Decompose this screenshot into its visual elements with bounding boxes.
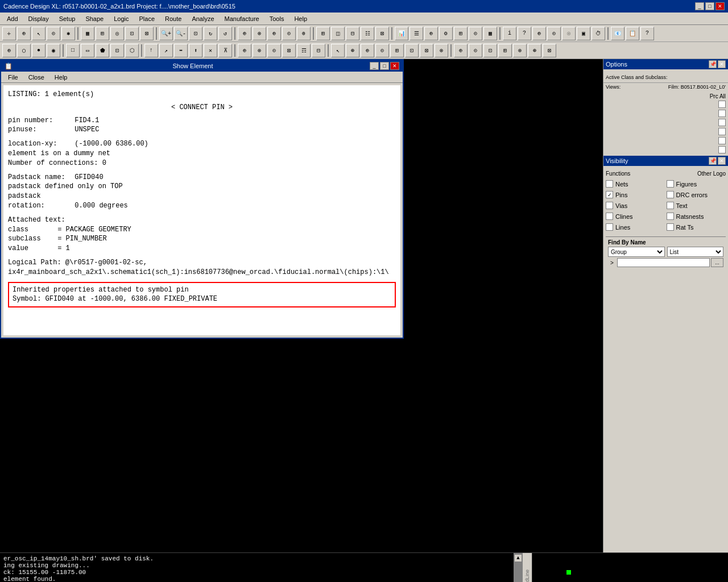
vis-pins-checkbox[interactable] — [606, 191, 613, 198]
tb-btn-16[interactable]: ⊙ — [282, 27, 296, 40]
tb-btn-10[interactable]: ⊠ — [140, 27, 154, 40]
checkbox-3[interactable] — [718, 119, 726, 126]
tb2-btn-32[interactable]: ⊡ — [483, 44, 497, 57]
tb2-btn-36[interactable]: ⊠ — [543, 44, 556, 57]
tb2-btn-35[interactable]: ⊛ — [528, 44, 541, 57]
tb2-btn-22[interactable]: ↖ — [331, 44, 345, 57]
fbn-dot-btn[interactable]: ... — [711, 258, 723, 267]
tb2-btn-26[interactable]: ⊞ — [390, 44, 404, 57]
tb2-btn-28[interactable]: ⊠ — [420, 44, 433, 57]
tb-btn-31[interactable]: ? — [518, 27, 531, 40]
tb-btn-6[interactable]: ▦ — [81, 27, 94, 40]
tb-zoom-in[interactable]: 🔍+ — [159, 27, 173, 40]
tb2-btn-7[interactable]: ⬟ — [96, 44, 109, 57]
tb2-btn-15[interactable]: ⊼ — [218, 44, 232, 57]
tb2-btn-12[interactable]: ⬌ — [174, 44, 188, 57]
menu-add[interactable]: Add — [2, 14, 23, 23]
tb-btn-27[interactable]: ⊞ — [454, 27, 468, 40]
tb2-btn-19[interactable]: ⊠ — [282, 44, 296, 57]
dialog-menu-file[interactable]: File — [3, 73, 23, 82]
tb2-btn-21[interactable]: ⊟ — [312, 44, 325, 57]
tb-btn-7[interactable]: ⊞ — [96, 27, 109, 40]
minimize-app-btn[interactable]: _ — [695, 2, 704, 10]
tb-btn-4[interactable]: ⊙ — [47, 27, 60, 40]
tb2-btn-16[interactable]: ⊕ — [238, 44, 251, 57]
tb2-btn-33[interactable]: ⊞ — [498, 44, 512, 57]
scroll-up-btn[interactable]: ▲ — [514, 554, 522, 562]
tb2-btn-13[interactable]: ⬆ — [189, 44, 202, 57]
checkbox-6[interactable] — [718, 146, 726, 153]
checkbox-4[interactable] — [718, 128, 726, 135]
menu-setup[interactable]: Setup — [55, 14, 80, 23]
tb2-btn-18[interactable]: ⊙ — [267, 44, 281, 57]
tb-btn-11[interactable]: ↻ — [204, 27, 217, 40]
close-app-btn[interactable]: ✕ — [715, 2, 725, 10]
tb-btn-18[interactable]: ⊞ — [316, 27, 330, 40]
tb2-btn-27[interactable]: ⊡ — [405, 44, 419, 57]
tb-btn-1[interactable]: ✛ — [2, 27, 16, 40]
tb-btn-22[interactable]: ⊠ — [375, 27, 389, 40]
tb-btn-33[interactable]: ⊙ — [547, 27, 561, 40]
menu-route[interactable]: Route — [160, 14, 186, 23]
options-close-btn[interactable]: ✕ — [718, 60, 726, 68]
tb2-btn-23[interactable]: ⊛ — [346, 44, 359, 57]
tb-btn-29[interactable]: ▦ — [483, 27, 497, 40]
menu-analyze[interactable]: Analyze — [187, 14, 218, 23]
tb-btn-37[interactable]: 📧 — [611, 27, 624, 40]
tb2-btn-6[interactable]: ▭ — [81, 44, 94, 57]
tb2-btn-24[interactable]: ⊕ — [361, 44, 374, 57]
menu-shape[interactable]: Shape — [81, 14, 108, 23]
bottom-scroll[interactable]: ▲ ▼ — [514, 553, 523, 582]
vis-drc-checkbox[interactable] — [667, 191, 674, 198]
tb2-btn-30[interactable]: ⊕ — [454, 44, 468, 57]
vis-lines-checkbox[interactable] — [606, 223, 613, 231]
tb-btn-25[interactable]: ⊕ — [424, 27, 438, 40]
tb-btn-28[interactable]: ⊙ — [469, 27, 482, 40]
tb-btn-24[interactable]: ☰ — [410, 27, 423, 40]
fbn-list-select[interactable]: List Highlight — [667, 247, 724, 257]
maximize-app-btn[interactable]: □ — [705, 2, 714, 10]
tb-btn-23[interactable]: 📊 — [395, 27, 408, 40]
tb-btn-5[interactable]: ✱ — [61, 27, 75, 40]
tb-btn-17[interactable]: ⊚ — [297, 27, 311, 40]
tb2-btn-2[interactable]: ◯ — [17, 44, 31, 57]
tb2-btn-29[interactable]: ⊗ — [435, 44, 448, 57]
dialog-menu-close[interactable]: Close — [24, 73, 49, 82]
dialog-menu-help[interactable]: Help — [50, 73, 72, 82]
tb2-btn-14[interactable]: ✕ — [204, 44, 217, 57]
tb-btn-26[interactable]: ⚙ — [439, 27, 453, 40]
tb-btn-8[interactable]: ◎ — [110, 27, 124, 40]
tb-btn-19[interactable]: ◫ — [331, 27, 345, 40]
menu-display[interactable]: Display — [24, 14, 53, 23]
tb2-btn-3[interactable]: ● — [32, 44, 46, 57]
tb-btn-38[interactable]: 📋 — [626, 27, 639, 40]
tb-btn-32[interactable]: ⊕ — [532, 27, 546, 40]
tb2-btn-10[interactable]: ↑ — [144, 44, 158, 57]
tb-btn-39[interactable]: ? — [640, 27, 654, 40]
tb-zoom-out[interactable]: 🔍- — [174, 27, 188, 40]
tb-zoom-fit[interactable]: ⊡ — [189, 27, 202, 40]
vis-figures-checkbox[interactable] — [667, 180, 674, 188]
dialog-close-btn[interactable]: ✕ — [390, 62, 399, 70]
checkbox-2[interactable] — [718, 110, 726, 117]
fbn-group-select[interactable]: Group Net Component Pin — [608, 247, 665, 257]
tb2-btn-25[interactable]: ⊙ — [375, 44, 389, 57]
tb-btn-13[interactable]: ⊕ — [238, 27, 251, 40]
tb-btn-14[interactable]: ⊗ — [253, 27, 266, 40]
tb2-btn-1[interactable]: ⊕ — [2, 44, 16, 57]
tb2-btn-31[interactable]: ⊙ — [469, 44, 482, 57]
tb2-btn-17[interactable]: ⊗ — [253, 44, 266, 57]
tb-btn-36[interactable]: ⏱ — [592, 27, 605, 40]
dialog-maximize-btn[interactable]: □ — [380, 62, 389, 70]
tb-btn-9[interactable]: ⊡ — [125, 27, 139, 40]
tb2-btn-9[interactable]: ⬡ — [125, 44, 139, 57]
checkbox-1[interactable] — [718, 101, 726, 108]
tb-btn-35[interactable]: ▣ — [577, 27, 590, 40]
tb-btn-30[interactable]: i — [503, 27, 516, 40]
tb2-btn-34[interactable]: ⊗ — [513, 44, 527, 57]
tb-btn-15[interactable]: ⊕ — [267, 27, 281, 40]
vis-pin-btn[interactable]: 📌 — [709, 157, 717, 165]
vis-close-btn[interactable]: ✕ — [718, 157, 726, 165]
menu-logic[interactable]: Logic — [109, 14, 133, 23]
menu-place[interactable]: Place — [135, 14, 160, 23]
